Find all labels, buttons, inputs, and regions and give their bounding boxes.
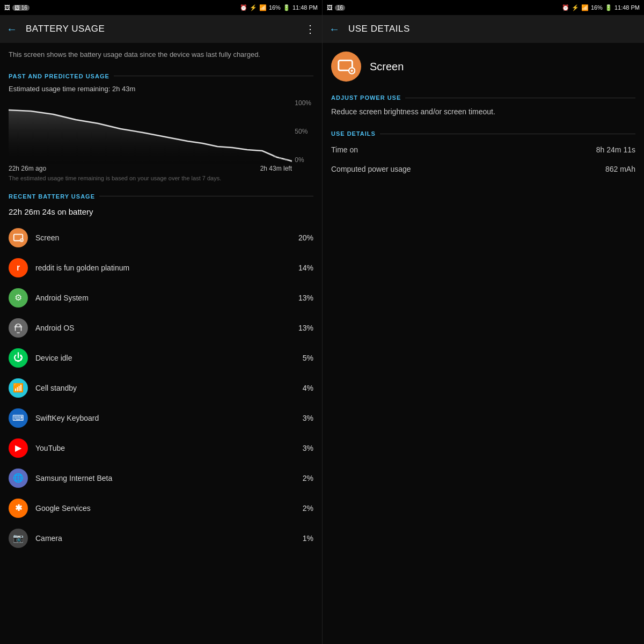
description-text: This screen shows the battery usage data… xyxy=(0,43,322,67)
app-item-android-system[interactable]: ⚙ Android System 13% xyxy=(0,283,322,313)
battery-chart: 100% 50% 0% xyxy=(9,99,313,164)
app-icon-reddit: r xyxy=(9,258,28,277)
app-icon-youtube: ▶ xyxy=(9,438,28,458)
page-title-left: BATTERY USAGE xyxy=(26,24,305,34)
screen-app-icon xyxy=(331,52,361,82)
app-name-swiftkey: SwiftKey Keyboard xyxy=(35,414,303,422)
battery-icon-left: 🔋 xyxy=(283,4,290,11)
section-recent: RECENT BATTERY USAGE xyxy=(0,187,322,203)
svg-marker-0 xyxy=(9,110,292,164)
app-item-camera[interactable]: 📷 Camera 1% xyxy=(0,523,322,553)
app-percent-android-os: 13% xyxy=(298,324,313,332)
right-panel: 🖼 16 ⏰ ⚡ 📶 16% 🔋 11:48 PM ← USE DETAILS xyxy=(322,0,644,644)
app-icon-google-services: ✱ xyxy=(9,499,28,518)
app-icon-camera: 📷 xyxy=(9,529,28,548)
charge-icon: ⚡ xyxy=(250,4,257,11)
app-item-reddit[interactable]: r reddit is fun golden platinum 14% xyxy=(0,253,322,283)
right-content: Screen ADJUST POWER USE Reduce screen br… xyxy=(323,43,644,644)
app-icon-cell-standby: 📶 xyxy=(9,378,28,398)
app-item-swiftkey[interactable]: ⌨ SwiftKey Keyboard 3% xyxy=(0,403,322,433)
app-name-cell-standby: Cell standby xyxy=(35,384,303,392)
notification-count: 🖼 16 xyxy=(12,5,30,11)
status-left-icons: 🖼 🖼 16 xyxy=(4,4,30,11)
chart-labels-right: 100% 50% 0% xyxy=(292,99,313,164)
app-name-camera: Camera xyxy=(35,534,303,543)
app-item-android-os[interactable]: Android OS 13% xyxy=(0,313,322,343)
time-right: 11:48 PM xyxy=(614,4,640,11)
app-percent-samsung-internet: 2% xyxy=(303,474,313,482)
screen-icon-row: Screen xyxy=(323,43,644,88)
back-button-left[interactable]: ← xyxy=(6,23,17,35)
page-title-right: USE DETAILS xyxy=(348,24,638,34)
app-item-cell-standby[interactable]: 📶 Cell standby 4% xyxy=(0,373,322,403)
back-button-right[interactable]: ← xyxy=(329,23,340,35)
app-icon-swiftkey: ⌨ xyxy=(9,408,28,428)
app-percent-cell-standby: 4% xyxy=(303,384,313,392)
app-percent-swiftkey: 3% xyxy=(303,414,313,422)
app-icon-screen xyxy=(9,228,28,247)
app-usage-list: Screen 20% r reddit is fun golden platin… xyxy=(0,223,322,553)
svg-point-4 xyxy=(19,325,20,326)
alarm-icon-right: ⏰ xyxy=(562,4,569,11)
battery-percent-right: 16% xyxy=(591,4,603,11)
chart-footnote: The estimated usage time remaining is ba… xyxy=(0,172,322,187)
status-bar-right: 🖼 16 ⏰ ⚡ 📶 16% 🔋 11:48 PM xyxy=(323,0,644,15)
signal-icon: 📶 xyxy=(259,4,267,11)
app-name-android-os: Android OS xyxy=(35,324,298,332)
app-name-google-services: Google Services xyxy=(35,504,303,513)
adjust-description: Reduce screen brightness and/or screen t… xyxy=(323,104,644,124)
section-use-details: USE DETAILS xyxy=(323,124,644,140)
chart-svg-area xyxy=(9,99,292,164)
app-item-screen[interactable]: Screen 20% xyxy=(0,223,322,253)
status-right-icons: ⏰ ⚡ 📶 16% 🔋 11:48 PM xyxy=(240,4,318,11)
app-percent-android-system: 13% xyxy=(298,294,313,302)
usage-total-time: 22h 26m 24s on battery xyxy=(0,203,322,223)
app-percent-device-idle: 5% xyxy=(303,354,313,362)
alarm-icon: ⏰ xyxy=(240,4,247,11)
app-item-google-services[interactable]: ✱ Google Services 2% xyxy=(0,493,322,523)
chart-time-left: 22h 26m ago xyxy=(9,165,46,172)
left-panel: 🖼 🖼 16 ⏰ ⚡ 📶 16% 🔋 11:48 PM ← BATTERY US… xyxy=(0,0,322,644)
status-right-icons-right: ⏰ ⚡ 📶 16% 🔋 11:48 PM xyxy=(562,4,640,11)
detail-value-time-on: 8h 24m 11s xyxy=(596,145,635,154)
app-item-device-idle[interactable]: ⏻ Device idle 5% xyxy=(0,343,322,373)
app-icon-android-os xyxy=(9,318,28,338)
detail-label-time-on: Time on xyxy=(331,145,358,154)
battery-percent-left: 16% xyxy=(269,4,281,11)
app-name-android-system: Android System xyxy=(35,294,298,302)
app-item-samsung-internet[interactable]: 🌐 Samsung Internet Beta 2% xyxy=(0,463,322,493)
app-icon-android-system: ⚙ xyxy=(9,288,28,308)
estimated-text: Estimated usage time remaining: 2h 43m xyxy=(0,83,322,97)
chart-time-right: 2h 43m left xyxy=(260,165,292,172)
header-bar-right: ← USE DETAILS xyxy=(323,15,644,43)
section-adjust-power: ADJUST POWER USE xyxy=(323,88,644,104)
status-bar-left: 🖼 🖼 16 ⏰ ⚡ 📶 16% 🔋 11:48 PM xyxy=(0,0,322,15)
svg-point-3 xyxy=(16,325,17,326)
notification-icons-right: 🖼 xyxy=(327,4,333,11)
more-button-left[interactable]: ⋮ xyxy=(305,23,316,35)
time-left: 11:48 PM xyxy=(292,4,318,11)
notification-icons: 🖼 xyxy=(4,4,10,11)
notification-count-right: 16 xyxy=(335,5,345,11)
signal-icon-right: 📶 xyxy=(581,4,589,11)
app-name-samsung-internet: Samsung Internet Beta xyxy=(35,474,303,482)
chart-time-labels: 22h 26m ago 2h 43m left xyxy=(9,164,313,172)
app-icon-samsung-internet: 🌐 xyxy=(9,469,28,488)
app-percent-google-services: 2% xyxy=(303,504,313,513)
battery-icon-right: 🔋 xyxy=(605,4,612,11)
app-percent-camera: 1% xyxy=(303,534,313,543)
app-percent-youtube: 3% xyxy=(303,444,313,452)
app-icon-device-idle: ⏻ xyxy=(9,348,28,368)
detail-label-power-usage: Computed power usage xyxy=(331,165,411,173)
detail-value-power-usage: 862 mAh xyxy=(605,165,635,173)
header-bar-left: ← BATTERY USAGE ⋮ xyxy=(0,15,322,43)
app-percent-reddit: 14% xyxy=(298,264,313,272)
detail-row-power-usage: Computed power usage 862 mAh xyxy=(323,159,644,179)
charge-icon-right: ⚡ xyxy=(572,4,579,11)
detail-row-time-on: Time on 8h 24m 11s xyxy=(323,140,644,159)
app-name-screen: Screen xyxy=(35,233,298,242)
app-percent-screen: 20% xyxy=(298,233,313,242)
app-item-youtube[interactable]: ▶ YouTube 3% xyxy=(0,433,322,463)
app-name-youtube: YouTube xyxy=(35,444,303,452)
section-past-predicted: PAST AND PREDICTED USAGE xyxy=(0,67,322,83)
